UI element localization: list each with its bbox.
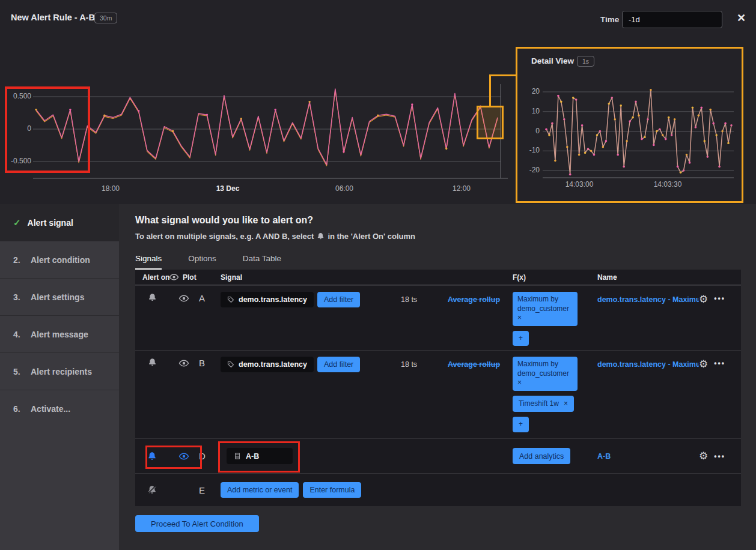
alert-on-toggle-selected[interactable] (135, 439, 169, 473)
alert-on-toggle[interactable] (135, 286, 169, 350)
subtitle-pre: To alert on multiple signals, e.g. A AND… (135, 232, 314, 241)
eye-icon (178, 451, 189, 462)
tab-signals[interactable]: Signals (135, 254, 162, 270)
detail-y-tick-4: -20 (517, 166, 540, 174)
sidebar-item-alert-recipients[interactable]: 5. Alert recipients (0, 352, 119, 390)
enter-formula-button[interactable]: Enter formula (303, 482, 361, 498)
col-plot: Plot (169, 272, 221, 282)
detail-connector-vertical (489, 74, 491, 107)
rollup-link[interactable]: Average rollup (448, 360, 500, 438)
eye-icon (178, 293, 189, 304)
proceed-to-alert-condition-button[interactable]: Proceed To Alert Condition (135, 515, 259, 532)
eye-icon (169, 272, 179, 282)
plot-letter: A (199, 286, 221, 350)
signal-metric-pill[interactable]: demo.trans.latency (221, 357, 314, 372)
timeseries-count: 18 ts (401, 351, 443, 438)
gear-icon[interactable]: ⚙ (699, 359, 708, 438)
add-analytics-chip-button[interactable]: + (513, 417, 529, 432)
signal-name-link[interactable]: demo.trans.latency - Maximum (597, 295, 699, 350)
tab-data-table[interactable]: Data Table (243, 254, 281, 270)
detail-zoom-region[interactable] (477, 106, 504, 139)
step-number: 6. (13, 404, 24, 414)
time-label: Time (600, 15, 619, 24)
red-highlight-box (5, 86, 90, 173)
timeseries-count: 18 ts (401, 286, 443, 350)
analytics-chip[interactable]: Maximum by demo_customer × (513, 292, 578, 326)
analytics-chip[interactable]: Maximum by demo_customer × (513, 357, 578, 391)
sidebar-item-alert-signal[interactable]: ✓ Alert signal (0, 204, 119, 241)
analytics-chip-label: Maximum by demo_customer (517, 360, 569, 378)
wizard-sidebar: ✓ Alert signal 2. Alert condition 3. Ale… (0, 204, 119, 550)
alert-on-toggle[interactable] (135, 351, 169, 438)
step-number: 5. (13, 367, 24, 376)
detail-view-title: Detail View (531, 56, 574, 65)
add-metric-or-event-button[interactable]: Add metric or event (221, 482, 299, 498)
signal-name-link[interactable]: demo.trans.latency - Maximum (597, 360, 699, 438)
analytics-chip-label: Maximum by demo_customer (517, 295, 569, 313)
alert-rule-dialog: New Alert Rule - A-B 30m Time ✕ 0.500 0 … (0, 0, 756, 550)
more-options-icon[interactable]: ••• (714, 294, 725, 350)
sidebar-item-alert-message[interactable]: 4. Alert message (0, 315, 119, 352)
resolution-badge: 1s (577, 56, 594, 67)
subtitle-post: in the 'Alert On' column (328, 232, 415, 241)
bell-icon (147, 452, 157, 461)
col-fx: F(x) (510, 273, 597, 282)
add-filter-button[interactable]: Add filter (317, 292, 360, 307)
gear-icon[interactable]: ⚙ (699, 451, 708, 461)
chart-section: New Alert Rule - A-B 30m Time ✕ 0.500 0 … (0, 0, 756, 204)
step-number: 3. (13, 292, 24, 302)
col-signal: Signal (221, 273, 401, 282)
plot-visibility-toggle[interactable] (169, 286, 199, 350)
bell-icon (148, 293, 157, 302)
col-name: Name (597, 273, 699, 282)
tag-icon (227, 296, 234, 303)
add-filter-button[interactable]: Add filter (317, 357, 360, 372)
sidebar-item-label: Alert recipients (31, 367, 92, 376)
timeshift-chip[interactable]: Timeshift 1w × (513, 396, 574, 412)
signal-row-e: E Add metric or event Enter formula (135, 473, 741, 506)
chip-remove-icon[interactable]: × (564, 399, 568, 409)
timeshift-chip-label: Timeshift 1w (519, 399, 559, 409)
formula-icon (234, 452, 241, 460)
table-header: Alert on Plot Signal F(x) Name (135, 270, 741, 285)
signal-row-d: D A-B Add (135, 438, 741, 473)
step-question: What signal would you like to alert on? (135, 215, 741, 226)
add-analytics-chip-button[interactable]: + (513, 331, 529, 346)
close-icon[interactable]: ✕ (737, 11, 746, 25)
main-x-tick-3: 12:00 (437, 184, 486, 193)
sidebar-item-label: Alert message (31, 330, 88, 339)
signal-metric-pill[interactable]: demo.trans.latency (221, 292, 314, 307)
duration-badge: 30m (94, 13, 117, 23)
step-subtitle: To alert on multiple signals, e.g. A AND… (135, 232, 741, 241)
chip-remove-icon[interactable]: × (517, 378, 573, 388)
col-plot-label: Plot (183, 273, 197, 282)
time-range-input[interactable] (622, 11, 722, 28)
col-alert-on: Alert on (135, 273, 169, 282)
plot-letter: B (199, 351, 221, 438)
tab-options[interactable]: Options (188, 254, 216, 270)
detail-y-tick-2: 0 (517, 127, 540, 135)
detail-chart (517, 49, 742, 201)
sidebar-item-alert-condition[interactable]: 2. Alert condition (0, 241, 119, 278)
detail-x-tick-0: 14:03:00 (555, 180, 603, 189)
step-number: 2. (13, 255, 24, 265)
plot-visibility-toggle[interactable] (169, 351, 199, 438)
rollup-link[interactable]: Average rollup (448, 295, 500, 350)
more-options-icon[interactable]: ••• (714, 359, 725, 438)
add-analytics-button[interactable]: Add analytics (513, 448, 570, 464)
chip-remove-icon[interactable]: × (517, 313, 573, 323)
detail-y-tick-0: 20 (517, 87, 540, 95)
main-x-tick-2: 06:00 (320, 184, 368, 193)
more-options-icon[interactable]: ••• (714, 452, 725, 461)
formula-text: A-B (246, 452, 259, 461)
signal-row-a: A demo.trans.latency Add filter 18 ts Av… (135, 285, 741, 350)
sidebar-item-alert-settings[interactable]: 3. Alert settings (0, 278, 119, 315)
plot-letter: E (199, 474, 221, 506)
formula-pill[interactable]: A-B (227, 448, 293, 464)
gear-icon[interactable]: ⚙ (699, 294, 708, 350)
signal-name-link[interactable]: A-B (597, 452, 611, 461)
detail-y-tick-1: 10 (517, 107, 540, 115)
bell-icon (148, 358, 157, 367)
sidebar-item-activate[interactable]: 6. Activate... (0, 390, 119, 427)
plot-visibility-toggle-active[interactable] (169, 439, 199, 473)
